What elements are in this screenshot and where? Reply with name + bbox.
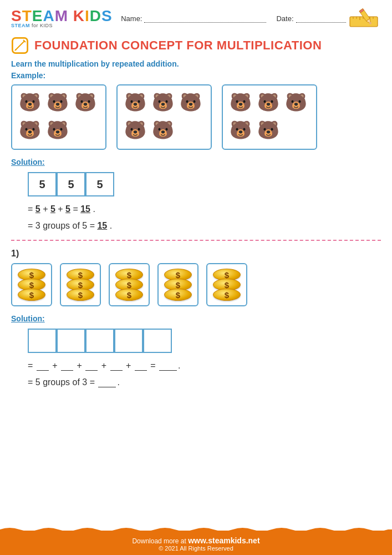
sol-box-2: 5 [57, 172, 85, 196]
section-1-number: 1) [0, 245, 392, 260]
blank-total [159, 370, 177, 371]
coin-stack-3: $ $ $ [115, 269, 143, 301]
bear: 🐻 [228, 90, 253, 114]
logo-letter-a: A [43, 7, 54, 24]
footer: Download more at www.steamkids.net © 202… [0, 531, 392, 555]
logo-letter-e: E [32, 7, 43, 24]
section-divider [11, 240, 381, 241]
empty-box-2[interactable] [57, 329, 85, 353]
blank-5 [135, 370, 147, 371]
name-input-line [144, 14, 266, 23]
bear: 🐻 [123, 90, 147, 114]
footer-download-text: Download more at www.steamkids.net [11, 536, 381, 545]
bear-box-2: 🐻 🐻 🐻 🐻 🐻 [116, 84, 212, 150]
logo-letter-k: K [73, 7, 85, 24]
eq-5-3: 5 [65, 204, 70, 214]
pencil-bell-icon [11, 37, 29, 54]
logo-letter-s2: S [101, 7, 113, 24]
title-bar: FOUNDATION CONCEPT FOR MULTIPLICATION [0, 34, 392, 57]
ruler-icon [349, 7, 381, 30]
coin-box-1: $ $ $ [11, 263, 52, 306]
date-input-line [296, 14, 346, 23]
equation-row: = 5 + 5 + 5 = 15 . [17, 200, 392, 219]
name-label: Name: [121, 14, 142, 23]
footer-wave [0, 525, 392, 532]
section1-equation-row: = + + + + = . [17, 356, 392, 375]
subtitle-area: Learn the multiplication by repeated add… [0, 57, 392, 70]
sol-box-1: 5 [28, 172, 57, 196]
footer-url: www.steamkids.net [188, 536, 259, 545]
coin-box-2: $ $ $ [60, 263, 101, 306]
coin: $ [115, 289, 143, 301]
bear: 🐻 [73, 90, 98, 114]
bear: 🐻 [284, 90, 308, 114]
bear: 🐻 [18, 90, 42, 114]
coin-box-3: $ $ $ [109, 263, 150, 306]
groups-row: = 3 groups of 5 = 15 . [17, 219, 392, 235]
main-title: FOUNDATION CONCEPT FOR MULTIPLICATION [34, 38, 322, 53]
eq-5-1: 5 [35, 204, 40, 214]
coin-stack-4: $ $ $ [164, 269, 192, 301]
name-line: Name: [121, 14, 266, 23]
bear: 🐻 [18, 118, 42, 142]
logo-letter-m: M [55, 7, 68, 24]
logo-subtitle: STEAM for KIDS [11, 23, 53, 28]
empty-box-1[interactable] [28, 329, 57, 353]
logo-letter-s: S [11, 7, 22, 24]
bear: 🐻 [45, 118, 70, 142]
bear-box-3: 🐻 🐻 🐻 🐻 🐻 [222, 84, 317, 150]
logo-sub-steam: STEAM [11, 23, 30, 28]
coin-box-5: $ $ $ [206, 263, 247, 306]
footer-copyright: © 2021 All Rights Reserved [11, 545, 381, 552]
footer-download-label: Download more at [132, 537, 186, 545]
empty-box-3[interactable] [85, 329, 114, 353]
coin-box-4: $ $ $ [157, 263, 198, 306]
coin-row: $ $ $ $ $ $ $ $ $ $ $ $ [0, 260, 392, 310]
bear: 🐻 [228, 118, 253, 142]
subtitle: Learn the multiplication by repeated add… [11, 59, 179, 68]
bear-box-1: 🐻 🐻 🐻 🐻 🐻 [11, 84, 106, 150]
section1-solution-label: Solution: [0, 310, 392, 325]
date-line: Date: [276, 14, 345, 23]
coin: $ [213, 289, 241, 301]
bear: 🐻 [256, 118, 281, 142]
coin-stack-1: $ $ $ [18, 269, 45, 301]
logo-letter-i: I [85, 7, 90, 24]
coin-stack-2: $ $ $ [67, 269, 94, 301]
coin: $ [164, 289, 192, 301]
logo-letter-t: T [22, 7, 32, 24]
groups-answer: 15 [97, 221, 107, 230]
bear: 🐻 [151, 118, 175, 142]
coin: $ [18, 289, 45, 301]
solution-boxes: 5 5 5 [17, 169, 392, 200]
section1-groups-row: = 5 groups of 3 = . [17, 375, 392, 392]
page: STEAM KIDS STEAM for KIDS Name: Date: [0, 0, 392, 555]
date-label: Date: [276, 14, 293, 23]
bear-row: 🐻 🐻 🐻 🐻 🐻 🐻 🐻 🐻 🐻 🐻 🐻 🐻 🐻 🐻 🐻 [0, 81, 392, 153]
bear: 🐻 [151, 90, 175, 114]
bear: 🐻 [123, 118, 147, 142]
blank-4 [110, 370, 123, 371]
coin-stack-5: $ $ $ [213, 269, 241, 301]
bear: 🐻 [179, 90, 203, 114]
eq-5-2: 5 [50, 204, 55, 214]
bear: 🐻 [45, 90, 70, 114]
logo-area: STEAM KIDS STEAM for KIDS [11, 8, 113, 28]
coin: $ [67, 289, 94, 301]
example-label: Example: [0, 70, 392, 81]
header: STEAM KIDS STEAM for KIDS Name: Date: [0, 0, 392, 34]
empty-box-4[interactable] [114, 329, 143, 353]
sol-box-3: 5 [85, 172, 114, 196]
section1-answer [98, 387, 116, 387]
eq-15: 15 [80, 204, 90, 214]
bear: 🐻 [256, 90, 281, 114]
logo-letter-d: D [90, 7, 101, 24]
empty-box-5[interactable] [143, 329, 172, 353]
blank-2 [61, 370, 73, 371]
logo-text: STEAM KIDS [11, 8, 113, 24]
name-date-area: Name: Date: [113, 14, 349, 23]
blank-3 [85, 370, 98, 371]
blank-1 [37, 370, 49, 371]
empty-sol-boxes [17, 325, 392, 356]
solution-label: Solution: [0, 153, 392, 169]
